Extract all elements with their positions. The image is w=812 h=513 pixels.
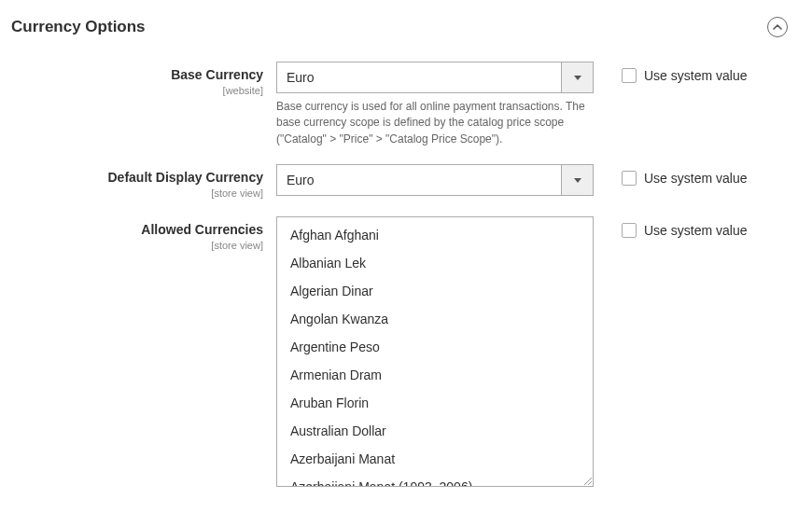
svg-line-1 (588, 481, 592, 485)
default-display-currency-scope: [store view] (211, 187, 263, 199)
field-aux-col: Use system value (594, 216, 747, 238)
list-item[interactable]: Angolan Kwanza (277, 305, 593, 333)
base-currency-value: Euro (277, 70, 561, 85)
dropdown-arrow (561, 165, 593, 195)
list-item[interactable]: Azerbaijani Manat (1993–2006) (277, 473, 593, 487)
chevron-up-icon (773, 24, 782, 30)
use-system-value-label: Use system value (644, 171, 747, 186)
allowed-currencies-use-system-checkbox[interactable] (622, 223, 637, 238)
list-item[interactable]: Azerbaijani Manat (277, 445, 593, 473)
currency-options-section: Currency Options Base Currency [website]… (0, 0, 812, 504)
section-title: Currency Options (11, 18, 146, 36)
list-item[interactable]: Australian Dollar (277, 417, 593, 445)
default-display-currency-value: Euro (277, 173, 561, 187)
base-currency-row: Base Currency [website] Euro Base curren… (11, 62, 788, 147)
field-control-col: Euro Base currency is used for all onlin… (276, 62, 594, 147)
base-currency-use-system-checkbox[interactable] (622, 68, 637, 83)
allowed-currencies-label: Allowed Currencies (141, 222, 263, 237)
allowed-currencies-row: Allowed Currencies [store view] Afghan A… (11, 216, 788, 487)
field-control-col: Afghan AfghaniAlbanian LekAlgerian Dinar… (276, 216, 594, 487)
list-item[interactable]: Albanian Lek (277, 249, 593, 277)
list-item[interactable]: Aruban Florin (277, 389, 593, 417)
field-label-col: Default Display Currency [store view] (11, 164, 276, 200)
allowed-currencies-multiselect[interactable]: Afghan AfghaniAlbanian LekAlgerian Dinar… (276, 216, 594, 487)
use-system-value-label: Use system value (644, 223, 747, 238)
dropdown-arrow (561, 62, 593, 92)
base-currency-label: Base Currency (171, 67, 263, 82)
field-label-col: Base Currency [website] (11, 62, 276, 97)
field-aux-col: Use system value (594, 62, 747, 83)
caret-down-icon (574, 178, 581, 183)
default-display-currency-row: Default Display Currency [store view] Eu… (11, 164, 788, 200)
resize-handle[interactable] (582, 476, 592, 485)
base-currency-help: Base currency is used for all online pay… (276, 99, 594, 147)
allowed-currencies-scope: [store view] (211, 240, 263, 251)
list-item[interactable]: Armenian Dram (277, 361, 593, 389)
default-display-currency-use-system-checkbox[interactable] (622, 171, 637, 186)
list-item[interactable]: Argentine Peso (277, 333, 593, 361)
default-display-currency-label: Default Display Currency (108, 170, 264, 185)
svg-line-0 (584, 478, 592, 485)
base-currency-select[interactable]: Euro (276, 62, 594, 93)
use-system-value-label: Use system value (644, 68, 747, 83)
default-display-currency-select[interactable]: Euro (276, 164, 594, 196)
base-currency-scope: [website] (223, 85, 263, 96)
caret-down-icon (574, 76, 581, 80)
collapse-toggle[interactable] (767, 17, 788, 37)
list-item[interactable]: Algerian Dinar (277, 277, 593, 305)
list-item[interactable]: Afghan Afghani (277, 221, 593, 249)
field-label-col: Allowed Currencies [store view] (11, 216, 276, 252)
field-control-col: Euro (276, 164, 594, 196)
field-aux-col: Use system value (594, 164, 747, 186)
section-header: Currency Options (11, 17, 788, 62)
